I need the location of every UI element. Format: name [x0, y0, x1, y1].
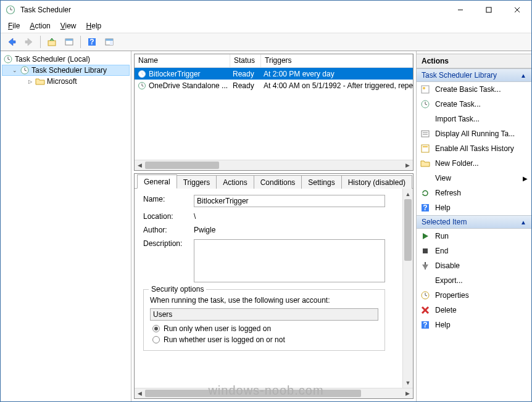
- radio-logged-on-or-not-label: Run whether user is logged on or not: [164, 335, 285, 344]
- task-row[interactable]: OneDrive Standalone ... Ready At 4:00 AM…: [135, 80, 413, 91]
- action-refresh[interactable]: Refresh: [417, 186, 531, 200]
- scroll-left-icon[interactable]: ◀: [135, 160, 145, 171]
- panel-button-1[interactable]: [62, 35, 77, 49]
- scroll-thumb[interactable]: [404, 199, 412, 261]
- action-create-task[interactable]: Create Task...: [417, 97, 531, 112]
- blank-icon: [420, 276, 430, 285]
- scroll-right-icon[interactable]: ▶: [402, 160, 413, 171]
- section-label: Selected Item: [422, 218, 467, 226]
- security-legend: Security options: [149, 285, 206, 293]
- menu-view[interactable]: View: [57, 20, 80, 31]
- up-button[interactable]: [44, 35, 59, 49]
- svg-text:?: ?: [89, 38, 94, 46]
- tree-microsoft[interactable]: ▷ Microsoft: [2, 76, 130, 87]
- col-header-triggers[interactable]: Triggers: [261, 54, 413, 67]
- action-properties[interactable]: Properties: [417, 288, 531, 303]
- close-button[interactable]: [503, 1, 531, 19]
- svg-rect-32: [422, 131, 429, 137]
- expand-icon[interactable]: ▷: [27, 78, 33, 85]
- radio-icon: [152, 325, 160, 332]
- collapse-icon[interactable]: ⌄: [11, 67, 18, 74]
- action-delete[interactable]: Delete: [417, 303, 531, 318]
- stop-icon: [420, 246, 430, 256]
- scroll-down-icon[interactable]: ▼: [403, 377, 413, 388]
- field-name[interactable]: [194, 195, 385, 207]
- actions-section-library[interactable]: Task Scheduler Library ▲: [417, 68, 531, 82]
- svg-rect-13: [106, 39, 113, 41]
- action-new-folder[interactable]: New Folder...: [417, 156, 531, 171]
- tab-triggers[interactable]: Triggers: [177, 175, 217, 189]
- svg-text:?: ?: [423, 321, 427, 329]
- action-export[interactable]: Export...: [417, 273, 531, 288]
- toolbar: ?: [1, 33, 531, 51]
- svg-rect-9: [65, 39, 73, 41]
- task-list: Name Status Triggers BitlockerTrigger Re…: [134, 54, 414, 171]
- action-help-2[interactable]: ?Help: [417, 318, 531, 332]
- action-run[interactable]: Run: [417, 229, 531, 244]
- tab-history[interactable]: History (disabled): [341, 175, 412, 189]
- action-disable[interactable]: Disable: [417, 258, 531, 273]
- menu-action[interactable]: Action: [26, 20, 54, 31]
- wizard-icon: [420, 84, 430, 94]
- action-enable-history[interactable]: Enable All Tasks History: [417, 141, 531, 156]
- clock-icon: [137, 69, 147, 79]
- menu-help[interactable]: Help: [83, 20, 106, 31]
- radio-logged-on-or-not[interactable]: Run whether user is logged on or not: [152, 335, 378, 344]
- task-row[interactable]: BitlockerTrigger Ready At 2:00 PM every …: [135, 68, 413, 80]
- tab-general-content: Name: Location: \ Author: Pwigle Desc: [135, 189, 402, 388]
- actions-section-selected[interactable]: Selected Item ▲: [417, 215, 531, 229]
- horizontal-scrollbar[interactable]: ◀ ▶: [135, 160, 413, 170]
- tree-library[interactable]: ⌄ Task Scheduler Library: [2, 65, 130, 76]
- vertical-scrollbar[interactable]: ▲ ▼: [402, 189, 413, 388]
- list-body[interactable]: BitlockerTrigger Ready At 2:00 PM every …: [135, 68, 413, 160]
- action-display-running[interactable]: Display All Running Ta...: [417, 126, 531, 141]
- tab-settings[interactable]: Settings: [301, 175, 341, 189]
- maximize-button[interactable]: [475, 1, 503, 19]
- svg-rect-14: [110, 41, 113, 45]
- actions-pane: Actions Task Scheduler Library ▲ Create …: [417, 51, 531, 401]
- horizontal-scrollbar[interactable]: ◀ ▶: [135, 388, 413, 398]
- tree-pane[interactable]: Task Scheduler (Local) ⌄ Task Scheduler …: [1, 51, 131, 401]
- col-header-status[interactable]: Status: [230, 54, 261, 67]
- clock-icon: [420, 99, 430, 109]
- tab-conditions[interactable]: Conditions: [254, 175, 302, 189]
- radio-icon: [152, 336, 160, 343]
- forward-button[interactable]: [22, 35, 36, 49]
- scroll-thumb[interactable]: [145, 390, 361, 397]
- menu-file[interactable]: File: [4, 20, 23, 31]
- scroll-right-icon[interactable]: ▶: [402, 388, 413, 399]
- col-header-name[interactable]: Name: [135, 54, 230, 67]
- tab-actions[interactable]: Actions: [216, 175, 254, 189]
- tree-microsoft-label: Microsoft: [47, 77, 77, 86]
- back-button[interactable]: [4, 35, 19, 49]
- panel-button-2[interactable]: [102, 35, 117, 49]
- label-author: Author:: [143, 226, 194, 234]
- collapse-icon: ▲: [520, 219, 526, 226]
- label-name: Name:: [143, 195, 194, 203]
- field-description[interactable]: [194, 239, 385, 282]
- task-status: Ready: [230, 70, 261, 78]
- svg-rect-7: [48, 41, 56, 46]
- scroll-up-icon[interactable]: ▲: [403, 189, 413, 199]
- security-options-group: Security options When running the task, …: [143, 289, 385, 351]
- action-view[interactable]: View▶: [417, 171, 531, 186]
- svg-text:?: ?: [423, 203, 427, 212]
- action-create-basic-task[interactable]: Create Basic Task...: [417, 82, 531, 97]
- library-icon: [20, 65, 30, 75]
- action-help[interactable]: ?Help: [417, 200, 531, 215]
- scroll-left-icon[interactable]: ◀: [135, 388, 145, 399]
- radio-logged-on[interactable]: Run only when user is logged on: [152, 324, 378, 333]
- disable-icon: [420, 261, 430, 271]
- tab-general[interactable]: General: [137, 174, 177, 189]
- menubar: File Action View Help: [1, 19, 531, 33]
- app-icon: [6, 5, 15, 15]
- scroll-thumb[interactable]: [145, 162, 219, 169]
- action-end[interactable]: End: [417, 244, 531, 258]
- help-button[interactable]: ?: [85, 35, 99, 49]
- tree-root[interactable]: Task Scheduler (Local): [2, 54, 130, 65]
- action-import-task[interactable]: Import Task...: [417, 112, 531, 126]
- task-name: OneDrive Standalone ...: [149, 81, 228, 90]
- minimize-button[interactable]: [446, 1, 475, 19]
- security-text: When running the task, use the following…: [150, 296, 378, 305]
- task-status: Ready: [230, 81, 261, 90]
